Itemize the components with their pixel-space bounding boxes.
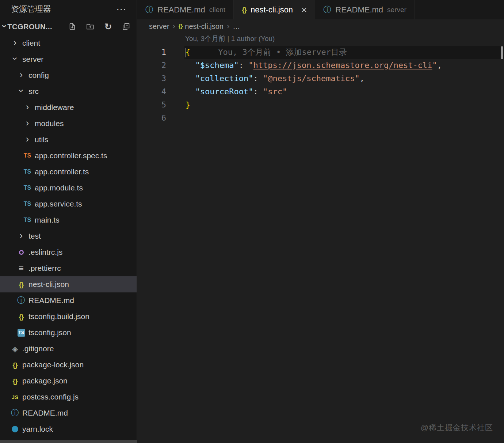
tree-item-app.module.ts[interactable]: TSapp.module.ts [0,180,137,196]
tree-item-.eslintrc.js[interactable]: .eslintrc.js [0,244,137,260]
typescript-icon: TS [24,169,31,175]
schema-url-link[interactable]: https://json.schemastore.org/nest-cli [253,61,432,70]
tab-description: server [387,6,406,14]
tree-item-yarn.lock[interactable]: yarn.lock [0,421,137,437]
json-icon: {} [13,378,18,385]
file-icon-slot: {} [16,313,26,320]
json-icon: {} [242,6,247,13]
chevron-right-icon: › [20,70,23,79]
watermark: @稀土掘金技术社区 [421,423,493,433]
tab-description: client [209,6,225,14]
tab-README.md-server[interactable]: ⓘREADME.mdserver [315,0,415,19]
breadcrumb-label: server [149,22,169,31]
git-icon: ◈ [12,345,18,353]
explorer-sidebar: 资源管理器 ⋯ › TCGROUN... ↻ ›client›server›co… [0,0,137,443]
folder-name: middleware [35,103,74,112]
tree-item-app.controller.ts[interactable]: TSapp.controller.ts [0,164,137,180]
tab-bar: ⓘREADME.mdclient{}nest-cli.json×ⓘREADME.… [137,0,504,19]
line-content[interactable]: "$schema": "https://json.schemastore.org… [184,59,504,72]
folder-chevron-slot: › [23,119,32,128]
sidebar-horizontal-scrollbar[interactable] [0,440,137,443]
code-token: "$schema" [195,61,239,70]
new-file-icon[interactable] [68,22,77,31]
breadcrumb: server›{}nest-cli.json›… [137,19,504,33]
breadcrumb-item-nest-cli.json[interactable]: {}nest-cli.json [179,22,224,31]
tree-item-tsconfig.build.json[interactable]: {}tsconfig.build.json [0,308,137,325]
code-token: : [239,61,249,70]
tree-item-tsconfig.json[interactable]: TStsconfig.json [0,325,137,341]
file-name: .eslintrc.js [28,248,62,257]
folder-name: modules [35,119,64,128]
file-name: app.controller.spec.ts [35,151,107,160]
tree-item-nest-cli.json[interactable]: {}nest-cli.json [0,276,137,292]
workspace-section-header[interactable]: › TCGROUN... ↻ [0,18,137,35]
tree-item-src[interactable]: ›src [0,83,137,99]
tree-item-.gitignore[interactable]: ◈.gitignore [0,341,137,357]
breadcrumb-label: … [233,22,240,31]
collapse-all-icon[interactable] [121,22,131,31]
chevron-down-icon: › [16,89,26,92]
tab-label: README.md [335,5,383,15]
line-content[interactable]: } [184,98,504,111]
tree-item-.prettierrc[interactable]: ≡.prettierrc [0,260,137,276]
prettier-icon: ≡ [19,264,24,273]
tree-item-test[interactable]: ›test [0,228,137,244]
folder-chevron-slot: › [16,71,26,80]
tree-item-client[interactable]: ›client [0,35,137,51]
code-token: { [186,48,190,57]
more-actions-icon[interactable]: ⋯ [116,3,127,15]
line-number[interactable]: 1 [137,46,166,59]
close-icon[interactable]: × [301,5,307,15]
line-content[interactable]: {You, 3个月前 • 添加server目录 [184,46,504,59]
tree-item-package-lock.json[interactable]: {}package-lock.json [0,357,137,373]
tab-README.md-client[interactable]: ⓘREADME.mdclient [137,0,234,19]
typescript-icon: TS [24,201,31,207]
tree-item-postcss.config.js[interactable]: JSpostcss.config.js [0,389,137,405]
tree-item-main.ts[interactable]: TSmain.ts [0,212,137,228]
chevron-right-icon: › [14,38,16,47]
git-blame-header[interactable]: You, 3个月前 | 1 author (You) [137,33,504,46]
chevron-right-icon: › [26,102,29,111]
file-name: nest-cli.json [28,280,69,289]
file-name: app.controller.ts [35,167,89,176]
tree-item-package.json[interactable]: {}package.json [0,373,137,389]
file-icon-slot: {} [16,281,26,288]
line-number[interactable]: 3 [137,72,166,85]
file-icon-slot: ◈ [10,345,20,353]
tree-item-app.controller.spec.ts[interactable]: TSapp.controller.spec.ts [0,148,137,164]
code-area: 1{You, 3个月前 • 添加server目录2 "$schema": "ht… [137,46,504,125]
breadcrumb-separator-icon: › [227,22,229,31]
line-number[interactable]: 6 [137,111,166,125]
file-name: package-lock.json [22,360,84,369]
file-icon-slot: ≡ [16,264,26,273]
refresh-icon[interactable]: ↻ [103,22,113,31]
tree-item-modules[interactable]: ›modules [0,116,137,132]
breadcrumb-item-server[interactable]: server [149,22,169,31]
line-content[interactable]: "collection": "@nestjs/schematics", [184,72,504,85]
line-number[interactable]: 4 [137,85,166,98]
line-number[interactable]: 5 [137,98,166,111]
tree-item-middleware[interactable]: ›middleware [0,99,137,116]
overview-ruler-marker[interactable] [501,46,503,59]
file-name: app.service.ts [35,200,82,208]
file-icon-slot: {} [10,378,20,385]
markdown-info-icon: ⓘ [145,6,153,14]
tab-nest-cli.json[interactable]: {}nest-cli.json× [234,0,315,19]
breadcrumb-item-…[interactable]: … [233,22,240,31]
tree-item-app.service.ts[interactable]: TSapp.service.ts [0,196,137,212]
tree-item-README.md[interactable]: ⓘREADME.md [0,405,137,421]
folder-chevron-slot: › [10,39,20,48]
new-folder-icon[interactable] [85,22,95,31]
folder-chevron-slot: › [16,87,26,96]
tree-item-server[interactable]: ›server [0,51,137,67]
markdown-info-icon: ⓘ [17,296,25,304]
tree-item-utils[interactable]: ›utils [0,132,137,148]
line-content[interactable]: "sourceRoot": "src" [184,85,504,98]
folder-name: src [28,87,39,96]
tab-label: README.md [157,5,205,15]
file-name: .gitignore [22,344,54,353]
tree-item-README.md[interactable]: ⓘREADME.md [0,292,137,308]
line-content[interactable] [184,111,504,125]
line-number[interactable]: 2 [137,59,166,72]
tree-item-config[interactable]: ›config [0,67,137,83]
